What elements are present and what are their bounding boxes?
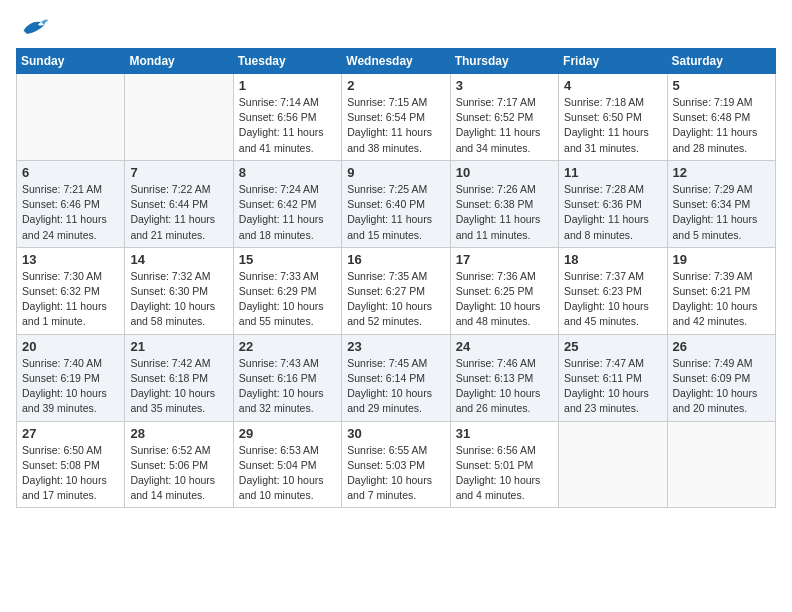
day-info: Sunrise: 7:40 AM Sunset: 6:19 PM Dayligh… (22, 356, 119, 417)
day-info: Sunrise: 7:24 AM Sunset: 6:42 PM Dayligh… (239, 182, 336, 243)
day-number: 27 (22, 426, 119, 441)
day-number: 25 (564, 339, 661, 354)
day-number: 13 (22, 252, 119, 267)
page-header (16, 16, 776, 38)
day-number: 12 (673, 165, 770, 180)
day-info: Sunrise: 7:35 AM Sunset: 6:27 PM Dayligh… (347, 269, 444, 330)
day-number: 16 (347, 252, 444, 267)
day-number: 24 (456, 339, 553, 354)
day-number: 23 (347, 339, 444, 354)
day-info: Sunrise: 7:29 AM Sunset: 6:34 PM Dayligh… (673, 182, 770, 243)
weekday-header-row: SundayMondayTuesdayWednesdayThursdayFrid… (17, 49, 776, 74)
weekday-header-monday: Monday (125, 49, 233, 74)
logo-bird-icon (20, 16, 48, 38)
day-number: 17 (456, 252, 553, 267)
weekday-header-tuesday: Tuesday (233, 49, 341, 74)
calendar-cell: 15Sunrise: 7:33 AM Sunset: 6:29 PM Dayli… (233, 247, 341, 334)
day-number: 10 (456, 165, 553, 180)
day-info: Sunrise: 7:45 AM Sunset: 6:14 PM Dayligh… (347, 356, 444, 417)
day-info: Sunrise: 7:17 AM Sunset: 6:52 PM Dayligh… (456, 95, 553, 156)
week-row-4: 20Sunrise: 7:40 AM Sunset: 6:19 PM Dayli… (17, 334, 776, 421)
calendar-cell: 27Sunrise: 6:50 AM Sunset: 5:08 PM Dayli… (17, 421, 125, 508)
calendar-cell: 3Sunrise: 7:17 AM Sunset: 6:52 PM Daylig… (450, 74, 558, 161)
calendar-cell: 18Sunrise: 7:37 AM Sunset: 6:23 PM Dayli… (559, 247, 667, 334)
day-info: Sunrise: 7:26 AM Sunset: 6:38 PM Dayligh… (456, 182, 553, 243)
calendar-cell: 13Sunrise: 7:30 AM Sunset: 6:32 PM Dayli… (17, 247, 125, 334)
day-info: Sunrise: 7:42 AM Sunset: 6:18 PM Dayligh… (130, 356, 227, 417)
day-info: Sunrise: 6:50 AM Sunset: 5:08 PM Dayligh… (22, 443, 119, 504)
calendar-cell: 23Sunrise: 7:45 AM Sunset: 6:14 PM Dayli… (342, 334, 450, 421)
calendar-cell: 16Sunrise: 7:35 AM Sunset: 6:27 PM Dayli… (342, 247, 450, 334)
calendar-cell: 2Sunrise: 7:15 AM Sunset: 6:54 PM Daylig… (342, 74, 450, 161)
day-info: Sunrise: 7:43 AM Sunset: 6:16 PM Dayligh… (239, 356, 336, 417)
day-info: Sunrise: 7:19 AM Sunset: 6:48 PM Dayligh… (673, 95, 770, 156)
day-info: Sunrise: 7:21 AM Sunset: 6:46 PM Dayligh… (22, 182, 119, 243)
day-number: 6 (22, 165, 119, 180)
day-info: Sunrise: 7:25 AM Sunset: 6:40 PM Dayligh… (347, 182, 444, 243)
weekday-header-friday: Friday (559, 49, 667, 74)
calendar-cell: 28Sunrise: 6:52 AM Sunset: 5:06 PM Dayli… (125, 421, 233, 508)
week-row-3: 13Sunrise: 7:30 AM Sunset: 6:32 PM Dayli… (17, 247, 776, 334)
calendar-cell: 1Sunrise: 7:14 AM Sunset: 6:56 PM Daylig… (233, 74, 341, 161)
weekday-header-saturday: Saturday (667, 49, 775, 74)
day-info: Sunrise: 6:55 AM Sunset: 5:03 PM Dayligh… (347, 443, 444, 504)
day-number: 8 (239, 165, 336, 180)
calendar-cell: 9Sunrise: 7:25 AM Sunset: 6:40 PM Daylig… (342, 160, 450, 247)
day-info: Sunrise: 7:22 AM Sunset: 6:44 PM Dayligh… (130, 182, 227, 243)
week-row-2: 6Sunrise: 7:21 AM Sunset: 6:46 PM Daylig… (17, 160, 776, 247)
day-info: Sunrise: 6:52 AM Sunset: 5:06 PM Dayligh… (130, 443, 227, 504)
calendar-cell: 30Sunrise: 6:55 AM Sunset: 5:03 PM Dayli… (342, 421, 450, 508)
day-number: 22 (239, 339, 336, 354)
day-number: 21 (130, 339, 227, 354)
calendar-cell: 8Sunrise: 7:24 AM Sunset: 6:42 PM Daylig… (233, 160, 341, 247)
day-number: 5 (673, 78, 770, 93)
calendar-cell: 25Sunrise: 7:47 AM Sunset: 6:11 PM Dayli… (559, 334, 667, 421)
day-info: Sunrise: 7:14 AM Sunset: 6:56 PM Dayligh… (239, 95, 336, 156)
day-info: Sunrise: 7:36 AM Sunset: 6:25 PM Dayligh… (456, 269, 553, 330)
day-info: Sunrise: 7:33 AM Sunset: 6:29 PM Dayligh… (239, 269, 336, 330)
day-number: 2 (347, 78, 444, 93)
calendar-cell (17, 74, 125, 161)
calendar-cell: 7Sunrise: 7:22 AM Sunset: 6:44 PM Daylig… (125, 160, 233, 247)
calendar-cell: 14Sunrise: 7:32 AM Sunset: 6:30 PM Dayli… (125, 247, 233, 334)
day-number: 31 (456, 426, 553, 441)
day-info: Sunrise: 6:56 AM Sunset: 5:01 PM Dayligh… (456, 443, 553, 504)
day-number: 7 (130, 165, 227, 180)
calendar-cell: 5Sunrise: 7:19 AM Sunset: 6:48 PM Daylig… (667, 74, 775, 161)
calendar-cell (125, 74, 233, 161)
calendar-cell: 22Sunrise: 7:43 AM Sunset: 6:16 PM Dayli… (233, 334, 341, 421)
calendar-cell: 17Sunrise: 7:36 AM Sunset: 6:25 PM Dayli… (450, 247, 558, 334)
calendar-cell: 20Sunrise: 7:40 AM Sunset: 6:19 PM Dayli… (17, 334, 125, 421)
day-number: 26 (673, 339, 770, 354)
calendar-cell (559, 421, 667, 508)
weekday-header-sunday: Sunday (17, 49, 125, 74)
day-info: Sunrise: 6:53 AM Sunset: 5:04 PM Dayligh… (239, 443, 336, 504)
day-number: 11 (564, 165, 661, 180)
week-row-5: 27Sunrise: 6:50 AM Sunset: 5:08 PM Dayli… (17, 421, 776, 508)
week-row-1: 1Sunrise: 7:14 AM Sunset: 6:56 PM Daylig… (17, 74, 776, 161)
weekday-header-thursday: Thursday (450, 49, 558, 74)
day-number: 28 (130, 426, 227, 441)
day-info: Sunrise: 7:37 AM Sunset: 6:23 PM Dayligh… (564, 269, 661, 330)
calendar-cell: 31Sunrise: 6:56 AM Sunset: 5:01 PM Dayli… (450, 421, 558, 508)
day-info: Sunrise: 7:15 AM Sunset: 6:54 PM Dayligh… (347, 95, 444, 156)
day-number: 19 (673, 252, 770, 267)
day-number: 18 (564, 252, 661, 267)
day-number: 3 (456, 78, 553, 93)
calendar-cell: 19Sunrise: 7:39 AM Sunset: 6:21 PM Dayli… (667, 247, 775, 334)
day-info: Sunrise: 7:28 AM Sunset: 6:36 PM Dayligh… (564, 182, 661, 243)
calendar-cell: 4Sunrise: 7:18 AM Sunset: 6:50 PM Daylig… (559, 74, 667, 161)
day-number: 29 (239, 426, 336, 441)
logo (16, 16, 48, 38)
day-info: Sunrise: 7:32 AM Sunset: 6:30 PM Dayligh… (130, 269, 227, 330)
day-number: 15 (239, 252, 336, 267)
day-number: 14 (130, 252, 227, 267)
calendar-cell: 6Sunrise: 7:21 AM Sunset: 6:46 PM Daylig… (17, 160, 125, 247)
calendar-cell: 11Sunrise: 7:28 AM Sunset: 6:36 PM Dayli… (559, 160, 667, 247)
calendar-cell: 26Sunrise: 7:49 AM Sunset: 6:09 PM Dayli… (667, 334, 775, 421)
calendar-cell: 24Sunrise: 7:46 AM Sunset: 6:13 PM Dayli… (450, 334, 558, 421)
calendar-cell: 12Sunrise: 7:29 AM Sunset: 6:34 PM Dayli… (667, 160, 775, 247)
day-info: Sunrise: 7:18 AM Sunset: 6:50 PM Dayligh… (564, 95, 661, 156)
day-info: Sunrise: 7:49 AM Sunset: 6:09 PM Dayligh… (673, 356, 770, 417)
day-info: Sunrise: 7:30 AM Sunset: 6:32 PM Dayligh… (22, 269, 119, 330)
